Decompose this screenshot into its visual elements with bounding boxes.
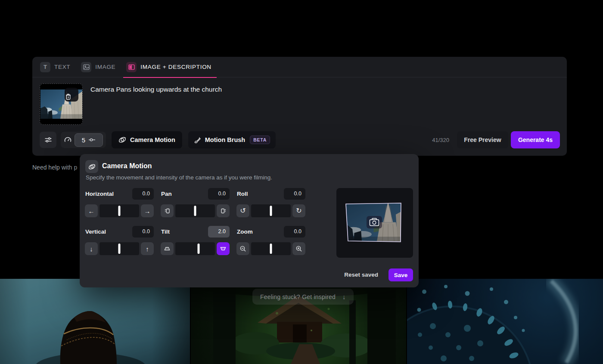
pan-slider-track[interactable] (175, 204, 215, 217)
camera-motion-panel-icon-box (85, 160, 98, 173)
zoom-in-button[interactable] (292, 242, 305, 255)
horizontal-label: Horizontal (85, 191, 114, 197)
zoom-slider-thumb[interactable] (270, 244, 272, 254)
roll-slider-track[interactable] (251, 204, 291, 217)
pan-right-button[interactable] (217, 204, 230, 217)
delete-image-button[interactable] (65, 88, 78, 102)
input-image-thumbnail[interactable] (40, 83, 83, 125)
generate-button[interactable]: Generate 4s (511, 131, 560, 148)
scroll-down-icon: ↓ (342, 293, 346, 300)
free-preview-button[interactable]: Free Preview (457, 131, 508, 148)
camera-motion-label: Camera Motion (130, 136, 175, 143)
tilt-value[interactable]: 2.0 (208, 226, 230, 238)
tab-text[interactable]: T TEXT (40, 57, 70, 77)
camera-motion-preview (336, 188, 413, 258)
tilt-slider-track[interactable] (175, 242, 215, 255)
pan-slider-thumb[interactable] (194, 206, 196, 216)
arrow-up-icon: ↑ (146, 246, 149, 252)
composer-card: T TEXT IMAGE IMAGE + DESC (32, 57, 567, 156)
duration-value: 5 (82, 136, 85, 144)
roll-cw-button[interactable]: ↻ (292, 204, 305, 217)
hat-figure-art (0, 279, 190, 364)
tilt-down-icon (164, 245, 171, 252)
zoom-out-icon (239, 245, 246, 252)
roll-ccw-button[interactable]: ↺ (236, 204, 249, 217)
vertical-down-button[interactable]: ↓ (85, 242, 98, 255)
zoom-slider-track[interactable] (251, 242, 291, 255)
roll-value[interactable]: 0.0 (284, 188, 305, 200)
image-description-mode-icon (126, 62, 137, 72)
tab-image[interactable]: IMAGE (81, 57, 115, 77)
tilt-up-button[interactable] (217, 242, 230, 255)
zoom-out-button[interactable] (236, 242, 249, 255)
control-roll: Roll 0.0 ↺ ↻ (236, 188, 305, 217)
camera-motion-orbit-icon (88, 163, 96, 170)
pan-left-button[interactable] (161, 204, 174, 217)
sliders-icon (44, 136, 52, 143)
camera-motion-preview-image (336, 188, 413, 258)
help-link[interactable]: Need help with p (32, 164, 77, 171)
pan-value[interactable]: 0.0 (208, 188, 230, 200)
camera-motion-button[interactable]: Camera Motion (112, 131, 182, 148)
text-mode-icon: T (40, 62, 50, 72)
pan-right-icon (220, 207, 227, 214)
horizontal-value[interactable]: 0.0 (132, 188, 154, 200)
vertical-slider: ↓ ↑ (85, 242, 154, 255)
zoom-value[interactable]: 0.0 (284, 226, 305, 238)
get-inspired-label: Feeling stuck? Get inspired (260, 293, 336, 300)
motion-brush-button[interactable]: Motion Brush BETA (188, 131, 276, 148)
reset-saved-button[interactable]: Reset saved (344, 271, 378, 278)
pan-slider (161, 204, 230, 217)
control-zoom: Zoom 0.0 (236, 226, 305, 255)
composer-toolbar: 5 Camera Motion Motion Brush BETA (40, 131, 560, 148)
tilt-down-button[interactable] (161, 242, 174, 255)
arrow-down-icon: ↓ (90, 246, 93, 252)
gallery-item-blue-cells[interactable] (407, 279, 603, 364)
credits-counter: 41/320 (432, 137, 449, 143)
duration-control[interactable]: 5 (61, 132, 106, 148)
zoom-in-icon (295, 245, 302, 252)
arrow-left-icon: ← (88, 208, 95, 214)
tilt-up-icon (220, 245, 227, 252)
tab-image-label: IMAGE (95, 64, 115, 70)
camera-motion-panel: Camera Motion Specify the movement and i… (80, 154, 419, 287)
settings-button[interactable] (40, 132, 56, 148)
prompt-input[interactable]: Camera Pans looking upwards at the churc… (90, 86, 222, 93)
horizontal-slider-thumb[interactable] (118, 206, 121, 216)
panel-title: Camera Motion (102, 162, 152, 170)
vertical-slider-thumb[interactable] (118, 244, 121, 254)
camera-motion-orbit-icon (118, 136, 126, 144)
vertical-slider-track[interactable] (99, 242, 139, 255)
control-tilt: Tilt 2.0 (161, 226, 230, 255)
tab-image-description[interactable]: IMAGE + DESCRIPTION (126, 57, 211, 77)
trash-icon (65, 93, 71, 100)
vertical-up-button[interactable]: ↑ (141, 242, 154, 255)
roll-slider-thumb[interactable] (270, 206, 272, 216)
roll-slider: ↺ ↻ (236, 204, 305, 217)
horizontal-slider-track[interactable] (99, 204, 139, 217)
panel-subtitle: Specify the movement and intensity of th… (86, 174, 272, 181)
motion-brush-icon (194, 136, 201, 144)
pan-left-icon (164, 207, 171, 214)
control-horizontal: Horizontal 0.0 ← → (85, 188, 154, 217)
control-pan: Pan 0.0 (161, 188, 230, 217)
vertical-value[interactable]: 0.0 (132, 226, 154, 238)
horizontal-right-button[interactable]: → (141, 204, 154, 217)
horizontal-slider: ← → (85, 204, 154, 217)
horizontal-left-button[interactable]: ← (85, 204, 98, 217)
gallery-item-hat-figure[interactable] (0, 279, 190, 364)
pan-label: Pan (161, 191, 172, 197)
arrow-right-icon: → (144, 208, 151, 214)
get-inspired-pill[interactable]: Feeling stuck? Get inspired ↓ (252, 289, 354, 305)
tab-image-description-label: IMAGE + DESCRIPTION (140, 64, 211, 70)
vertical-label: Vertical (85, 228, 106, 235)
tilt-label: Tilt (161, 228, 170, 235)
beta-badge: BETA (250, 136, 270, 144)
duration-value-pill[interactable]: 5 (75, 133, 103, 147)
zoom-slider (236, 242, 305, 255)
save-button[interactable]: Save (389, 268, 413, 281)
tab-text-label: TEXT (54, 64, 70, 70)
speed-gauge-icon (64, 136, 72, 144)
roll-label: Roll (237, 191, 248, 197)
tilt-slider-thumb[interactable] (198, 244, 200, 254)
